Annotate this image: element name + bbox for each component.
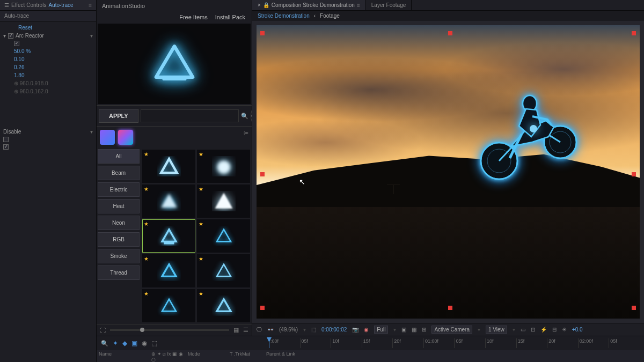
param-value-3[interactable]: 0.26 <box>14 64 24 70</box>
chevron-down-icon[interactable]: ▾ <box>90 33 93 39</box>
twirl-icon[interactable]: ▾ <box>3 33 6 39</box>
chevron-down-icon[interactable]: ▾ <box>90 129 93 135</box>
tab-menu-icon[interactable]: ≡ <box>357 2 360 8</box>
tl-tool-icon-1[interactable]: ✦ <box>113 339 118 347</box>
views-select[interactable]: 1 View <box>486 326 507 334</box>
search-input[interactable] <box>141 109 239 122</box>
disable-label: Disable <box>3 129 21 135</box>
timeline-icon[interactable]: ⊟ <box>552 327 557 333</box>
category-all[interactable]: All <box>98 149 140 164</box>
star-icon[interactable]: ★ <box>199 186 203 192</box>
breadcrumb-current[interactable]: Stroke Demonstration <box>258 13 310 19</box>
preset-item[interactable]: ★ <box>197 219 250 253</box>
tl-tool-icon-3[interactable]: ▣ <box>131 339 137 347</box>
star-icon[interactable]: ★ <box>199 151 203 157</box>
pixel-aspect-icon[interactable]: ⊡ <box>531 327 535 333</box>
star-icon[interactable]: ★ <box>199 256 203 262</box>
snapshot-icon[interactable]: 📷 <box>352 327 358 333</box>
category-thread[interactable]: Thread <box>98 265 140 280</box>
camera-select[interactable]: Active Camera <box>431 326 472 334</box>
effect-controls-tab[interactable]: ☰ Effect Controls Auto-trace ≡ <box>0 0 96 11</box>
install-pack-link[interactable]: Install Pack <box>215 14 245 20</box>
anchor-icon[interactable]: ⊕ <box>14 80 18 86</box>
tl-tool-icon-2[interactable]: ◆ <box>122 339 127 347</box>
grid-icon[interactable]: ▦ <box>412 327 416 333</box>
exposure-icon[interactable]: ☀ <box>562 327 567 333</box>
vr-icon[interactable]: 👓 <box>267 327 274 333</box>
param-value-4[interactable]: 1.80 <box>14 72 24 78</box>
resolution-select[interactable]: Full <box>374 326 388 334</box>
param-checkbox-1[interactable] <box>14 41 19 46</box>
timeline-ruler[interactable]: :00f 05f 10f 15f 20f 01:00f 05f 10f 15f … <box>269 338 640 348</box>
tl-tick: 20f <box>392 338 423 348</box>
preset-item[interactable]: ★ <box>142 289 195 322</box>
zoom-value[interactable]: (49.6%) <box>279 327 298 333</box>
lock-icon[interactable]: 🔒 <box>263 2 269 8</box>
effect-enable-checkbox[interactable] <box>8 33 13 39</box>
anchor-icon-2[interactable]: ⊕ <box>14 88 18 94</box>
preset-item[interactable]: ★ <box>197 254 250 287</box>
param-value-2[interactable]: 0.10 <box>14 56 24 62</box>
dpr-icon[interactable]: ⬚ <box>311 327 316 333</box>
anchor-value-2[interactable]: 960.0,162.0 <box>20 88 48 94</box>
panel-menu-icon[interactable]: ≡ <box>89 2 92 8</box>
star-icon[interactable]: ★ <box>199 221 203 227</box>
param-value-1[interactable]: 50.0 % <box>14 48 31 54</box>
category-beam[interactable]: Beam <box>98 166 140 180</box>
free-items-link[interactable]: Free Items <box>179 14 208 20</box>
fast-preview-icon[interactable]: ⚡ <box>540 327 547 333</box>
hamburger-icon[interactable]: ☰ <box>4 2 9 8</box>
star-icon[interactable]: ★ <box>199 291 203 297</box>
preset-item[interactable]: ★ <box>142 184 195 218</box>
tl-tool-icon-4[interactable]: ◉ <box>142 339 147 347</box>
timecode-value[interactable]: 0:00:00:02 <box>321 327 347 333</box>
tools-icon[interactable]: ✂ <box>244 130 248 145</box>
category-list: All Beam Electric Heat Neon RGB Smoke Th… <box>97 148 141 324</box>
star-icon[interactable]: ★ <box>144 291 149 297</box>
search-icon[interactable]: 🔍 <box>241 113 248 120</box>
composition-viewport[interactable]: ↖ <box>252 21 644 323</box>
motorbike-rider <box>468 78 586 185</box>
category-electric[interactable]: Electric <box>98 182 140 197</box>
star-icon[interactable]: ★ <box>144 186 149 192</box>
preset-item[interactable]: ★ <box>197 150 250 183</box>
monitor-icon[interactable]: 🖵 <box>257 327 262 333</box>
grid-view-icon[interactable]: ▦ <box>233 327 239 334</box>
category-heat[interactable]: Heat <box>98 199 140 213</box>
pack-icon-1[interactable] <box>100 130 115 145</box>
category-smoke[interactable]: Smoke <box>98 249 140 263</box>
tl-tool-icon-5[interactable]: ⬚ <box>151 339 157 347</box>
star-icon[interactable]: ★ <box>144 221 149 227</box>
view-option-icon[interactable]: ▭ <box>521 327 525 333</box>
disable-checkbox-1[interactable] <box>3 137 9 142</box>
pack-icon-2[interactable] <box>118 130 133 145</box>
preset-item[interactable]: ★ <box>142 254 195 287</box>
tab-composition[interactable]: × 🔒 Composition Stroke Demonstration ≡ <box>252 0 366 10</box>
tl-search-icon[interactable]: 🔍 <box>101 340 108 347</box>
roi-icon[interactable]: ▣ <box>401 327 406 333</box>
apply-button[interactable]: APPLY <box>99 109 138 123</box>
preset-item[interactable]: ★ <box>142 150 195 183</box>
breadcrumb-prev[interactable]: Footage <box>320 13 340 19</box>
star-icon[interactable]: ★ <box>144 256 149 262</box>
preset-item[interactable]: ★ <box>197 184 250 218</box>
panel-tab-label: Effect Controls <box>11 2 46 8</box>
category-rgb[interactable]: RGB <box>98 232 140 247</box>
preset-item[interactable]: ★ <box>197 289 250 322</box>
list-view-icon[interactable]: ☰ <box>243 327 248 334</box>
close-icon[interactable]: × <box>258 2 261 8</box>
anchor-value-1[interactable]: 960.0,918.0 <box>20 80 48 86</box>
playhead[interactable] <box>269 338 269 348</box>
channels-icon[interactable]: ◉ <box>364 327 369 333</box>
guides-icon[interactable]: ⊞ <box>422 327 426 333</box>
preset-item-selected[interactable]: ★ <box>142 219 195 253</box>
sub-tab-label[interactable]: Auto-trace <box>4 13 29 19</box>
star-icon[interactable]: ★ <box>144 151 149 157</box>
disable-checkbox-2[interactable] <box>3 144 9 150</box>
zoom-slider[interactable] <box>110 329 229 331</box>
category-neon[interactable]: Neon <box>98 216 140 230</box>
tab-layer-footage[interactable]: Layer Footage <box>366 0 412 10</box>
exposure-value[interactable]: +0.0 <box>572 327 583 333</box>
expand-icon[interactable]: ⛶ <box>100 327 106 334</box>
reset-link[interactable]: Reset <box>18 25 32 31</box>
